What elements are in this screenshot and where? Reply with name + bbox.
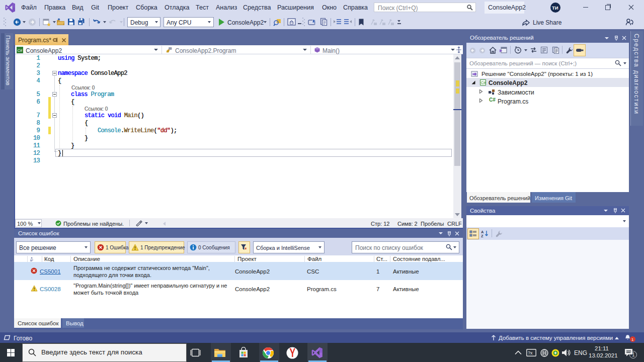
svg-text:C#: C# xyxy=(481,80,487,85)
svg-text:Z: Z xyxy=(481,234,484,238)
svg-text:C#: C# xyxy=(18,48,23,53)
svg-text:?x: ?x xyxy=(528,350,533,355)
